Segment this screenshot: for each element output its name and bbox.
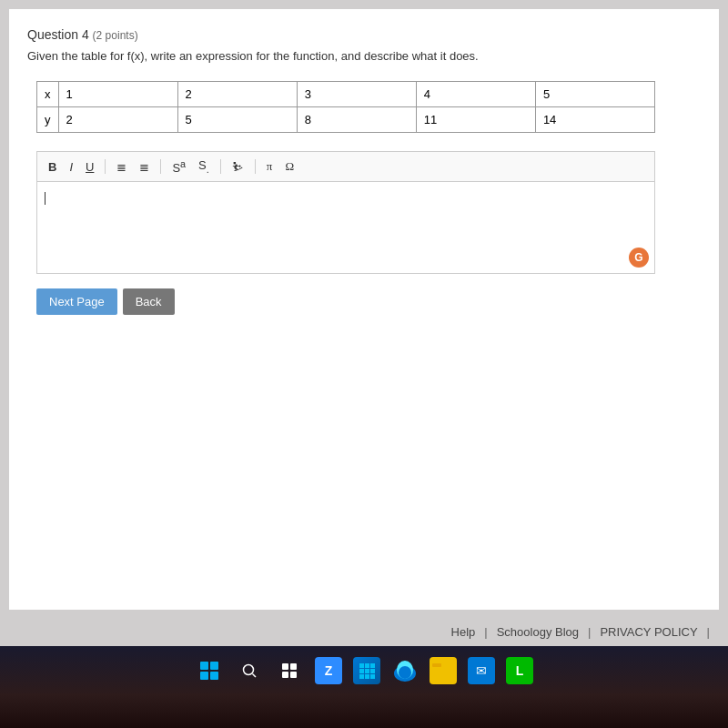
italic-button[interactable]: I bbox=[66, 158, 76, 176]
ordered-list-button[interactable]: ≣ bbox=[113, 158, 130, 176]
cell-x-1: 1 bbox=[58, 82, 177, 107]
svg-rect-7 bbox=[365, 663, 369, 668]
table-row-x: x 1 2 3 4 5 bbox=[37, 82, 655, 107]
taskbar: Z bbox=[0, 646, 728, 728]
editor-toolbar: B I U ≣ ≣ Sa S. ⛷ π Ω bbox=[37, 152, 654, 182]
cell-y-1: 2 bbox=[58, 107, 177, 133]
cell-x-3: 3 bbox=[297, 82, 416, 107]
grammarly-icon: G bbox=[629, 248, 649, 268]
subscript-button[interactable]: S. bbox=[195, 157, 213, 177]
question-prompt: Given the table for f(x), write an expre… bbox=[27, 49, 701, 63]
toolbar-divider-4 bbox=[255, 159, 256, 174]
superscript-button[interactable]: Sa bbox=[168, 157, 189, 177]
table-row-y: y 2 5 8 11 14 bbox=[37, 107, 655, 133]
toolbar-divider-3 bbox=[220, 159, 221, 174]
data-table: x 1 2 3 4 5 y 2 5 8 11 14 bbox=[36, 81, 655, 133]
svg-rect-2 bbox=[282, 663, 288, 670]
svg-rect-11 bbox=[370, 669, 375, 673]
svg-rect-5 bbox=[290, 672, 297, 678]
svg-point-0 bbox=[244, 665, 254, 675]
sep-1: | bbox=[484, 625, 487, 639]
mail-icon[interactable]: ✉ bbox=[468, 657, 495, 684]
svg-rect-4 bbox=[282, 672, 288, 678]
editor-body[interactable]: G bbox=[37, 182, 654, 273]
file-explorer-icon[interactable] bbox=[430, 657, 457, 684]
back-button[interactable]: Back bbox=[123, 288, 175, 315]
logitech-icon[interactable]: L bbox=[506, 657, 533, 684]
cell-x-2: 2 bbox=[177, 82, 297, 107]
svg-rect-8 bbox=[370, 663, 375, 668]
question-number: Question 4 bbox=[27, 27, 89, 42]
cell-y-2: 5 bbox=[177, 107, 297, 133]
underline-button[interactable]: U bbox=[82, 158, 97, 176]
cell-y-3: 8 bbox=[297, 107, 416, 133]
omega-button[interactable]: Ω bbox=[281, 157, 298, 176]
blog-link[interactable]: Schoology Blog bbox=[497, 625, 579, 639]
svg-rect-3 bbox=[290, 663, 297, 670]
question-points: (2 points) bbox=[93, 29, 138, 42]
svg-rect-10 bbox=[365, 669, 369, 673]
question-title: Question 4 (2 points) bbox=[27, 27, 701, 42]
cell-x-4: 4 bbox=[416, 82, 535, 107]
text-editor: B I U ≣ ≣ Sa S. ⛷ π Ω G bbox=[36, 151, 655, 274]
svg-rect-19 bbox=[432, 663, 441, 667]
svg-rect-6 bbox=[359, 663, 364, 668]
svg-rect-9 bbox=[359, 669, 364, 673]
toolbar-divider bbox=[105, 159, 106, 174]
apps-icon[interactable] bbox=[353, 657, 380, 684]
cell-y-5: 14 bbox=[535, 107, 654, 133]
next-page-button[interactable]: Next Page bbox=[36, 288, 117, 315]
svg-rect-18 bbox=[432, 665, 454, 680]
sep-2: | bbox=[588, 625, 591, 639]
svg-rect-13 bbox=[365, 674, 369, 679]
svg-line-1 bbox=[253, 674, 257, 678]
svg-point-17 bbox=[399, 666, 411, 679]
row-label-y: y bbox=[37, 107, 59, 133]
footer-links: Help | Schoology Blog | PRIVACY POLICY | bbox=[451, 625, 710, 639]
edge-icon[interactable] bbox=[391, 657, 419, 684]
help-link[interactable]: Help bbox=[451, 625, 476, 639]
svg-rect-14 bbox=[370, 674, 375, 679]
editor-cursor bbox=[45, 192, 46, 205]
pi-button[interactable]: π bbox=[263, 157, 277, 176]
button-row: Next Page Back bbox=[36, 288, 701, 315]
windows-start-button[interactable] bbox=[195, 656, 224, 685]
bold-button[interactable]: B bbox=[45, 158, 60, 176]
zoom-icon[interactable]: Z bbox=[315, 657, 342, 684]
taskbar-top: Z bbox=[0, 646, 728, 690]
privacy-link[interactable]: PRIVACY POLICY bbox=[600, 625, 697, 639]
sep-3: | bbox=[707, 625, 710, 639]
toolbar-divider-2 bbox=[160, 159, 161, 174]
cell-x-5: 5 bbox=[535, 82, 654, 107]
cell-y-4: 11 bbox=[416, 107, 535, 133]
search-button[interactable] bbox=[235, 656, 264, 685]
unordered-list-button[interactable]: ≣ bbox=[136, 158, 153, 176]
image-button[interactable]: ⛷ bbox=[228, 158, 248, 176]
task-view-button[interactable] bbox=[275, 656, 304, 685]
svg-rect-12 bbox=[359, 674, 364, 679]
row-label-x: x bbox=[37, 82, 59, 107]
